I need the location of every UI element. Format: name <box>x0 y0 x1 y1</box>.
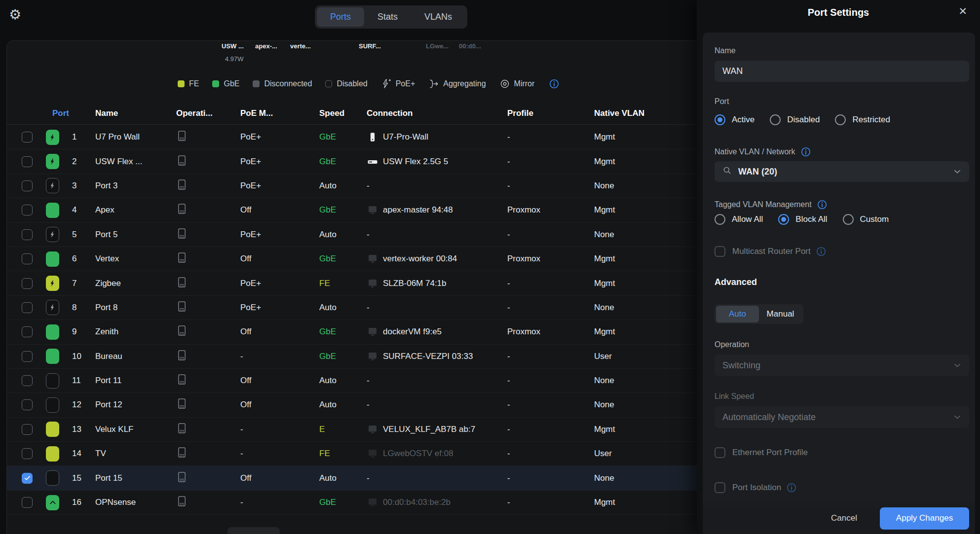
checkbox-cell <box>22 399 46 410</box>
operation-cell <box>176 397 240 413</box>
row-checkbox[interactable] <box>22 229 33 240</box>
port-number: 2 <box>66 157 95 167</box>
link-speed-select[interactable]: Automatically Negotiate <box>715 406 969 428</box>
device-operation-icon <box>176 330 188 339</box>
mode-auto[interactable]: Auto <box>716 306 759 322</box>
port-name: Velux KLF <box>95 425 176 434</box>
cancel-button[interactable]: Cancel <box>828 513 860 524</box>
radio-restricted-control[interactable] <box>835 114 846 125</box>
radio-disabled-control[interactable] <box>770 114 781 125</box>
radio-allow-all[interactable]: Allow All <box>715 214 763 225</box>
switch-icon <box>367 156 378 168</box>
port-number: 10 <box>66 352 95 361</box>
unifi-port-settings-screen: ⚙ Ports Stats VLANs USW ...apex-...verte… <box>0 0 980 534</box>
row-checkbox[interactable] <box>22 399 33 410</box>
port-number: 9 <box>66 327 95 337</box>
port-status-icon <box>46 178 59 193</box>
speed: Auto <box>319 230 367 240</box>
multicast-checkbox[interactable] <box>715 246 725 257</box>
column-header-poe-mode[interactable]: PoE M... <box>240 108 319 118</box>
operation-cell <box>176 324 240 340</box>
row-checkbox[interactable] <box>22 424 33 435</box>
port-number: 8 <box>66 303 95 313</box>
row-checkbox[interactable] <box>22 497 33 508</box>
radio-custom-control[interactable] <box>843 214 854 225</box>
column-header-profile[interactable]: Profile <box>507 108 594 118</box>
row-checkbox[interactable] <box>22 253 33 264</box>
tab-vlans[interactable]: VLANs <box>411 7 465 27</box>
multicast-router-port-row[interactable]: Multicast Router Port <box>715 246 827 257</box>
port-name: Port 5 <box>95 230 176 240</box>
pagination-stub-button[interactable] <box>227 527 280 534</box>
info-icon[interactable] <box>800 146 811 157</box>
row-checkbox[interactable] <box>22 375 33 386</box>
profile: - <box>507 132 594 142</box>
connection-text: VELUX_KLF_AB7B ab:7 <box>383 425 475 434</box>
mode-manual[interactable]: Manual <box>759 306 802 322</box>
operation-cell <box>176 178 240 194</box>
radio-active-control[interactable] <box>715 114 725 125</box>
column-header-speed[interactable]: Speed <box>319 108 367 118</box>
row-checkbox[interactable] <box>22 351 33 362</box>
column-header-name[interactable]: Name <box>95 108 176 118</box>
column-header-port[interactable]: Port <box>46 108 95 118</box>
ethernet-port-profile-row[interactable]: Ethernet Port Profile <box>715 447 808 458</box>
info-icon[interactable] <box>817 199 828 210</box>
device-operation-icon <box>176 282 188 291</box>
settings-gear-icon[interactable]: ⚙ <box>9 8 21 22</box>
device-operation-icon <box>176 135 188 144</box>
port-name: Apex <box>95 205 176 215</box>
row-checkbox[interactable] <box>22 302 33 313</box>
column-header-operation[interactable]: Operati... <box>176 108 240 118</box>
port-legend: FEGbEDisconnectedDisabledPoE+Aggregating… <box>178 77 560 90</box>
checkbox-cell <box>22 156 46 167</box>
port-isolation-row[interactable]: Port Isolation <box>715 482 797 493</box>
checkbox-cell <box>22 253 46 264</box>
row-checkbox[interactable] <box>22 278 33 289</box>
legend-item: FE <box>178 79 199 88</box>
row-checkbox[interactable] <box>22 156 33 167</box>
profile: - <box>507 498 594 507</box>
port-status-cell <box>46 397 66 413</box>
legend-item: Mirror <box>499 78 535 89</box>
ethernet-port-profile-checkbox[interactable] <box>715 447 725 458</box>
row-checkbox[interactable] <box>22 473 33 484</box>
radio-active[interactable]: Active <box>715 114 754 125</box>
port-status-icon <box>46 227 59 242</box>
device-operation-icon <box>176 379 188 388</box>
speed: Auto <box>319 473 367 483</box>
radio-custom[interactable]: Custom <box>843 214 889 225</box>
row-checkbox[interactable] <box>22 205 33 215</box>
operation-label: Operation <box>715 340 749 349</box>
poe-mode: - <box>240 352 319 361</box>
info-icon[interactable] <box>549 78 560 89</box>
radio-restricted[interactable]: Restricted <box>835 114 890 125</box>
tab-ports[interactable]: Ports <box>317 7 364 27</box>
radio-block-all-control[interactable] <box>778 214 789 225</box>
name-input[interactable]: WAN <box>715 61 969 82</box>
column-header-connection[interactable]: Connection <box>367 108 507 118</box>
native-vlan-select[interactable]: WAN (20) <box>715 161 969 182</box>
operation-cell <box>176 373 240 389</box>
radio-disabled[interactable]: Disabled <box>770 114 820 125</box>
profile: - <box>507 352 594 361</box>
row-checkbox[interactable] <box>22 180 33 191</box>
radio-allow-all-control[interactable] <box>715 214 725 225</box>
close-icon[interactable]: ✕ <box>958 5 967 17</box>
connection: - <box>367 376 507 386</box>
port-status-cell <box>46 373 66 389</box>
row-checkbox[interactable] <box>22 132 33 142</box>
port-isolation-checkbox[interactable] <box>715 482 725 493</box>
port-status-icon <box>46 300 59 315</box>
radio-block-all[interactable]: Block All <box>778 214 827 225</box>
device-operation-icon <box>176 233 188 242</box>
row-checkbox[interactable] <box>22 326 33 337</box>
operation-select[interactable]: Switching <box>715 355 969 376</box>
tab-stats[interactable]: Stats <box>364 7 411 27</box>
row-checkbox[interactable] <box>22 448 33 459</box>
poe-power-draw: 4.97W <box>225 55 244 63</box>
speed: GbE <box>319 352 367 361</box>
profile: Proxmox <box>507 327 594 337</box>
apply-changes-button[interactable]: Apply Changes <box>880 507 969 530</box>
client-device-icon <box>367 424 378 435</box>
